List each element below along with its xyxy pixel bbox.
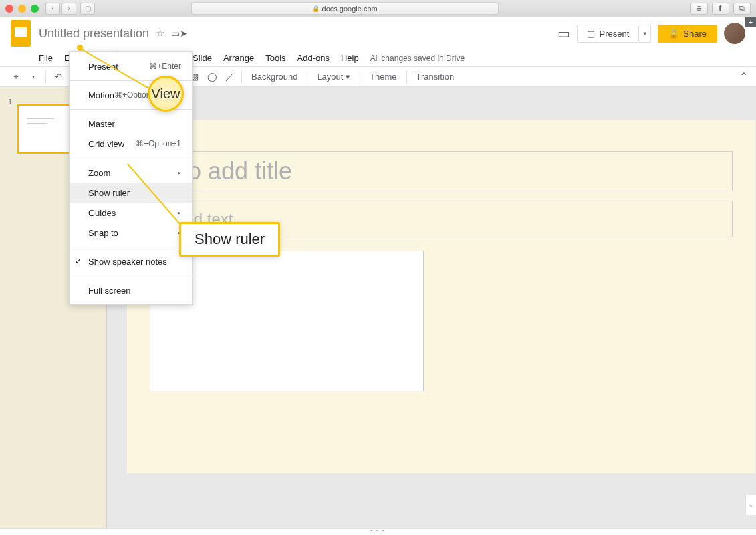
show-ruler-callout-text: Show ruler	[195, 231, 265, 247]
new-slide-button[interactable]: +	[8, 69, 24, 85]
menu-tools[interactable]: Tools	[260, 51, 291, 65]
hide-sidebar-button[interactable]: ‹	[745, 495, 756, 515]
dd-grid-view-shortcut: ⌘+Option+1	[136, 139, 181, 148]
url-bar[interactable]: 🔒 docs.google.com	[191, 2, 499, 15]
share-safari-button[interactable]: ⬆	[712, 3, 729, 15]
hide-menus-button[interactable]: ⌃	[739, 70, 748, 83]
dd-grid-view[interactable]: Grid view ⌘+Option+1	[70, 134, 192, 154]
window-chrome: ‹ › ▢ 🔒 docs.google.com ⊕ ⬆ ⧉	[0, 0, 756, 17]
separator	[360, 70, 360, 84]
dd-full-screen[interactable]: Full screen	[70, 280, 192, 300]
browser-nav: ‹ ›	[45, 3, 76, 15]
dd-guides-label: Guides	[88, 208, 116, 218]
title-placeholder[interactable]: k to add title	[150, 151, 733, 191]
star-icon[interactable]: ☆	[156, 27, 164, 39]
sidebar-button[interactable]: ▢	[80, 3, 95, 15]
dd-show-ruler-label: Show ruler	[88, 188, 130, 198]
dd-master-label: Master	[88, 119, 115, 129]
transition-button[interactable]: Transition	[411, 72, 460, 82]
slide[interactable]: k to add title o add text	[127, 120, 755, 473]
separator	[70, 276, 192, 276]
theme-button[interactable]: Theme	[364, 72, 402, 82]
dd-snap-to-label: Snap to	[88, 228, 118, 238]
minimize-window-button[interactable]	[18, 5, 26, 13]
thumb-number: 1	[8, 98, 12, 106]
show-ruler-callout: Show ruler	[179, 222, 280, 257]
tabs-button[interactable]: ⧉	[733, 3, 751, 15]
dd-zoom-label: Zoom	[88, 168, 110, 178]
close-window-button[interactable]	[5, 5, 13, 13]
dd-full-screen-label: Full screen	[88, 286, 131, 296]
present-label: Present	[599, 29, 629, 39]
menu-file[interactable]: File	[33, 51, 58, 65]
canvas[interactable]: k to add title o add text	[107, 87, 756, 528]
separator	[406, 70, 407, 84]
avatar[interactable]	[724, 23, 745, 44]
dd-present-shortcut: ⌘+Enter	[149, 62, 181, 71]
dd-speaker-notes-label: Show speaker notes	[88, 257, 167, 267]
share-button[interactable]: 🔒 Share	[658, 25, 717, 43]
doc-title[interactable]: Untitled presentation	[39, 27, 149, 41]
submenu-arrow-icon: ▸	[178, 209, 181, 216]
lock-icon: 🔒	[312, 5, 320, 12]
line-button[interactable]: ／	[221, 69, 237, 85]
forward-button[interactable]: ›	[61, 3, 76, 15]
dd-snap-to[interactable]: Snap to ▸	[70, 223, 192, 243]
view-callout-text: View	[152, 86, 180, 102]
new-slide-dropdown[interactable]: ▼	[25, 69, 41, 85]
comments-icon[interactable]: ▭	[557, 25, 570, 41]
url-text: docs.google.com	[322, 5, 378, 13]
present-icon: ▢	[587, 29, 595, 39]
slides-icon[interactable]	[11, 20, 31, 47]
present-dropdown[interactable]: ▼	[639, 25, 651, 43]
dd-zoom[interactable]: Zoom ▸	[70, 163, 192, 183]
show-ruler-callout-box: Show ruler	[179, 222, 280, 257]
check-icon: ✓	[75, 257, 82, 266]
dd-present[interactable]: Present ⌘+Enter	[70, 56, 192, 76]
present-button[interactable]: ▢ Present	[577, 25, 639, 43]
new-tab-button[interactable]: +	[745, 17, 756, 27]
back-button[interactable]: ‹	[45, 3, 60, 15]
drive-status[interactable]: All changes saved in Drive	[370, 54, 465, 63]
menu-help[interactable]: Help	[336, 51, 364, 65]
traffic-lights	[5, 5, 39, 13]
view-callout: View	[148, 76, 184, 112]
submenu-arrow-icon: ▸	[178, 169, 181, 176]
separator	[307, 70, 307, 84]
resize-handle[interactable]: • • •	[370, 527, 386, 533]
dd-show-ruler[interactable]: Show ruler	[70, 183, 192, 203]
title-block: Untitled presentation ☆ ▭➤	[39, 27, 188, 41]
shape-button[interactable]: ◯	[204, 69, 220, 85]
menu-addons[interactable]: Add-ons	[292, 51, 335, 65]
app-header: Untitled presentation ☆ ▭➤ ▭ ▢ Present ▼…	[0, 17, 756, 49]
undo-button[interactable]: ↶	[50, 69, 66, 85]
dd-master[interactable]: Master	[70, 114, 192, 134]
dd-motion-label: Motion	[88, 90, 114, 100]
separator	[45, 70, 46, 84]
layout-button[interactable]: Layout ▾	[311, 72, 356, 82]
separator	[70, 247, 192, 247]
background-button[interactable]: Background	[246, 72, 303, 82]
dd-speaker-notes[interactable]: ✓ Show speaker notes	[70, 251, 192, 272]
download-button[interactable]: ⊕	[690, 3, 708, 15]
share-label: Share	[683, 29, 707, 39]
dd-grid-view-label: Grid view	[88, 139, 124, 149]
menu-arrange[interactable]: Arrange	[218, 51, 259, 65]
chrome-right: ⊕ ⬆ ⧉	[690, 3, 751, 15]
speaker-notes[interactable]: • • • Click to add speaker notes	[0, 528, 756, 535]
view-callout-bubble: View	[148, 76, 184, 112]
separator	[70, 158, 192, 158]
separator	[241, 70, 242, 84]
dd-guides[interactable]: Guides ▸	[70, 203, 192, 223]
maximize-window-button[interactable]	[31, 5, 39, 13]
move-icon[interactable]: ▭➤	[171, 28, 188, 39]
header-right: ▭ ▢ Present ▼ 🔒 Share	[557, 23, 745, 44]
lock-icon: 🔒	[668, 29, 679, 39]
